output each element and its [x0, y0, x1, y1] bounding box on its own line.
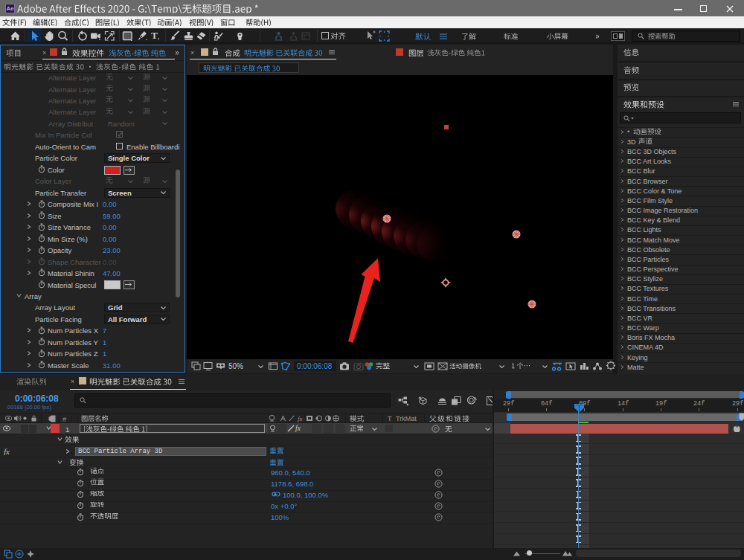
svg-text:fx: fx: [298, 415, 303, 422]
svg-text:fx: fx: [4, 447, 10, 455]
